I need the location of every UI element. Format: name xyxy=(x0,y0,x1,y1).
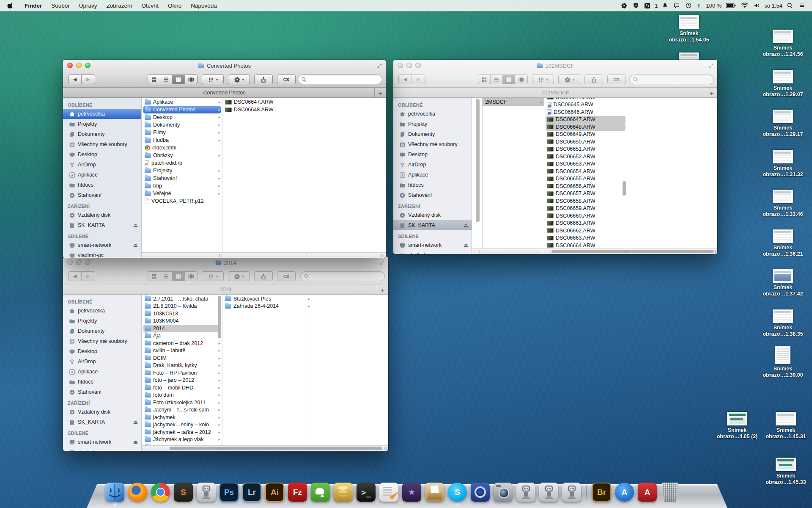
column-resize-handle[interactable] xyxy=(381,254,384,257)
sidebar-item-smart-network[interactable]: smart-network⏏ xyxy=(393,240,472,250)
dock-icon-acrobat[interactable]: A xyxy=(637,482,657,502)
dock-icon-pages[interactable] xyxy=(379,482,399,502)
sidebar-item-desktop[interactable]: Desktop xyxy=(63,149,141,160)
sidebar-item-v-echny-m-soubory[interactable]: Všechny mé soubory xyxy=(393,139,472,149)
sidebar-item-petrvocelka[interactable]: petrvocelka xyxy=(393,109,472,119)
sidebar-item-projekty[interactable]: Projekty xyxy=(63,316,141,326)
folder-row[interactable]: Desktop▸ xyxy=(142,113,222,121)
sidebar-item-petrvocelka[interactable]: petrvocelka xyxy=(63,306,141,316)
file-row[interactable]: DSC06649.ARW xyxy=(544,131,627,138)
desktop-icon-6[interactable]: Snímekobrazo…1.33.46 xyxy=(755,190,810,218)
horizontal-scrollbar-thumb[interactable] xyxy=(551,250,713,253)
fullscreen-icon[interactable] xyxy=(379,260,385,265)
vertical-scrollbar-thumb[interactable] xyxy=(476,99,480,222)
file-row[interactable]: DSC06647.ARW xyxy=(546,116,625,124)
file-row[interactable]: DSC06661.ARW xyxy=(544,220,627,227)
close-button[interactable] xyxy=(67,260,73,265)
tags-button[interactable] xyxy=(277,75,296,84)
sidebar-item-vladim-r-pc[interactable]: vladimír-pc xyxy=(63,250,141,258)
sidebar-item-htdocs[interactable]: htdocs xyxy=(393,180,472,190)
folder-row[interactable]: Aplikace▸ xyxy=(142,98,222,106)
file-row[interactable]: DSC06664.ARW xyxy=(544,242,627,248)
forward-button[interactable]: ▶ xyxy=(412,75,425,84)
zoom-button[interactable] xyxy=(85,63,91,68)
folder-row[interactable]: Stahování▸ xyxy=(142,174,222,182)
bell-icon[interactable] xyxy=(659,0,671,11)
folder-row[interactable]: Projekty▸ xyxy=(142,167,222,174)
dock-icon-sublime-text[interactable]: S xyxy=(173,482,193,502)
minimize-button[interactable] xyxy=(76,260,82,265)
file-row[interactable]: DSC06657.ARW xyxy=(544,190,627,198)
file-row[interactable]: DSC06648.ARW xyxy=(222,106,309,113)
file-row[interactable]: DSC06659.ARW xyxy=(544,205,627,213)
sidebar-item-airdrop[interactable]: AirDrop xyxy=(63,356,141,367)
dock-icon-robot-app-4[interactable] xyxy=(562,482,582,502)
folder-row[interactable]: cameron – drak 2012▸ xyxy=(142,340,222,347)
minimize-button[interactable] xyxy=(76,63,82,68)
dock-icon-adobe-bridge[interactable]: Br xyxy=(592,482,612,502)
share-button[interactable] xyxy=(254,75,273,84)
adobe-cc-icon[interactable] xyxy=(642,0,653,11)
new-tab-button[interactable]: + xyxy=(374,88,386,97)
desktop-icon-2[interactable]: Snímekobrazo…1.24.56 xyxy=(755,30,810,58)
menu-item-otev-t[interactable]: Otevřít xyxy=(137,0,163,11)
folder-row[interactable]: 2.7.2011 –…lsko, chata▸ xyxy=(142,295,222,303)
folder-row[interactable]: Converted Photos▸ xyxy=(143,106,221,113)
bluetooth-icon[interactable] xyxy=(694,0,704,11)
sidebar-item-htdocs[interactable]: htdocs xyxy=(63,180,141,190)
zoom-button[interactable] xyxy=(415,63,421,68)
apple-menu[interactable] xyxy=(0,0,20,11)
sidebar-item-petrvocelka[interactable]: petrvocelka xyxy=(63,109,141,119)
view-columns-button[interactable] xyxy=(173,75,185,84)
sidebar-item-vladim-r-pc[interactable]: vladimír-pc xyxy=(63,447,141,451)
action-button[interactable]: ▾ xyxy=(558,75,580,84)
desktop-icon-12[interactable]: Snímekobrazo…1.45.31 xyxy=(758,412,812,440)
sidebar-item-sk-karta[interactable]: SK_KARTA⏏ xyxy=(63,417,141,427)
arrange-button[interactable]: ▾ xyxy=(202,75,224,84)
view-list-button[interactable] xyxy=(491,75,503,84)
column-2[interactable] xyxy=(309,98,386,252)
zoom-button[interactable] xyxy=(85,260,91,265)
folder-row[interactable]: foto dum▸ xyxy=(142,392,222,399)
menu-item-okno[interactable]: Okno xyxy=(163,0,186,11)
column-0[interactable]: 2.7.2011 –…lsko, chata▸21.8.2010 – Kvild… xyxy=(142,295,222,445)
volume-icon[interactable] xyxy=(751,0,763,11)
eject-icon[interactable]: ⏏ xyxy=(133,419,138,425)
share-button[interactable] xyxy=(254,271,273,281)
file-row[interactable]: DSC06646.ARW xyxy=(544,108,627,116)
shield-check-icon[interactable] xyxy=(630,0,642,11)
sidebar-item-htdocs[interactable]: htdocs xyxy=(63,377,141,387)
gear-icon[interactable] xyxy=(618,0,630,11)
folder-row[interactable]: Zahrada 26-4-2014▸ xyxy=(222,303,312,310)
menu-item--pravy[interactable]: Úpravy xyxy=(74,0,102,11)
dock-icon-imovie-star[interactable]: ★ xyxy=(402,482,422,502)
back-button[interactable]: ◀ xyxy=(69,75,82,84)
file-row[interactable]: DSC06651.ARW xyxy=(544,146,627,153)
folder-row[interactable]: Drak, Kamiš, kytky▸ xyxy=(142,362,222,370)
dock-icon-camera-app[interactable] xyxy=(493,482,513,502)
column-resize-handle[interactable] xyxy=(480,250,482,253)
view-buttons-icon[interactable] xyxy=(478,75,491,84)
dock-icon-trash[interactable] xyxy=(660,482,680,502)
file-row[interactable]: patch-edid.rb xyxy=(142,159,222,167)
finder-window-102msdcf[interactable]: 102MSDCF◀▶▾▾102MSDCF+OBLÍBENÉpetrvocelka… xyxy=(393,60,717,254)
dock-icon-vault-app[interactable] xyxy=(470,482,490,502)
spotlight-icon[interactable] xyxy=(784,0,796,11)
file-row[interactable]: DSC06647.ARW xyxy=(222,98,309,106)
folder-row[interactable]: cvilín – labutě▸ xyxy=(142,347,222,355)
battery-icon[interactable] xyxy=(723,0,738,11)
desktop-icon-4[interactable]: Snímekobrazo…1.29.17 xyxy=(755,110,810,138)
bottom-scrollbar-strip[interactable] xyxy=(142,252,386,258)
share-button[interactable] xyxy=(584,75,603,84)
file-row[interactable]: DSC06645.ARW xyxy=(544,101,627,109)
folder-row[interactable]: DCIM▸ xyxy=(142,354,222,362)
title-bar[interactable]: 2014 xyxy=(63,257,388,268)
minimize-button[interactable] xyxy=(406,63,412,68)
folder-row[interactable]: Dokumenty▸ xyxy=(142,121,222,129)
file-row[interactable]: DSC06650.ARW xyxy=(544,138,627,146)
sidebar-item-sk-karta[interactable]: SK_KARTA⏏ xyxy=(63,220,141,230)
desktop-icon-8[interactable]: Snímekobrazo…1.37.42 xyxy=(755,269,810,297)
wifi-icon[interactable] xyxy=(738,0,751,11)
column-resize-handle[interactable] xyxy=(219,254,222,257)
column-0[interactable] xyxy=(472,98,483,248)
